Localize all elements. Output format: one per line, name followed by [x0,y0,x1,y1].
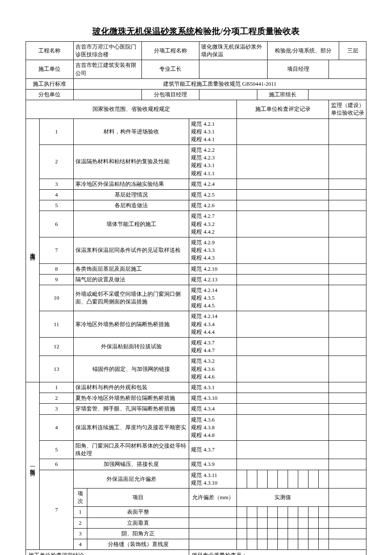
main-sup-5[interactable] [329,200,366,211]
gen-ref-1: 规范 4.3.1 [189,382,237,393]
main-ref-3: 规范 4.2.4 [189,179,237,189]
main-sup-4[interactable] [329,190,366,200]
item7-sup[interactable] [329,470,366,488]
gen-sup-5[interactable] [329,441,366,459]
main-rec-7[interactable] [237,237,329,263]
main-sup-2[interactable] [329,145,366,179]
main-n-11: 11 [39,311,73,338]
main-sup-3[interactable] [329,179,366,189]
label-batch: 检验批/分项系统、部分 [268,42,339,60]
gen-desc-2: 夏热冬冷地区外墙热桥部位隔断热桥措施 [73,393,189,404]
main-rec-4[interactable] [237,190,329,200]
gen-ref-5: 规范 4.3.7 [189,441,237,459]
label-pm: 项目经理 [268,60,329,78]
item7-rec-h[interactable] [308,470,319,488]
label-team-leader: 施工班组长 [257,89,308,100]
gen-sup-1[interactable] [329,382,366,393]
main-rec-12[interactable] [237,338,329,356]
main-desc-1: 材料，构件等进场验收 [73,119,189,145]
gen-rec-3[interactable] [237,404,329,414]
item7-r1-tol[interactable] [189,507,237,517]
gen-sup-3[interactable] [329,404,366,414]
main-rec-8[interactable] [237,263,329,274]
item7-col-sup[interactable] [329,489,366,507]
main-sup-9[interactable] [329,274,366,285]
value-sub-pm [199,89,257,100]
item7-r3-tol[interactable] [189,528,237,539]
item7-r4-tol[interactable] [189,539,237,549]
main-sup-13[interactable] [329,356,366,382]
gen-sup-2[interactable] [329,393,366,404]
label-unit: 施工单位 [26,60,74,78]
main-ref-13: 规范 4.3.2 规程 4.3.6 规程 4.4.6 [189,356,237,382]
item7-rec-b[interactable] [247,470,257,488]
item7-r1-item: 表面平整 [87,507,189,517]
main-ref-2: 规范 4.2.2 规范 4.2.3 规程 4.3.1 规程 4.1.1 [189,145,237,179]
gen-rec-5[interactable] [237,441,329,459]
gen-n-6: 6 [39,459,73,470]
main-n-1: 1 [39,119,73,145]
main-n-6: 6 [39,211,73,237]
main-sup-12[interactable] [329,338,366,356]
main-sup-11[interactable] [329,311,366,338]
main-rec-9[interactable] [237,274,329,285]
gen-desc-1: 保温材料与构件的外观和包装 [73,382,189,393]
value-project-name: 吉首市万溶江中心医院门诊医技综合楼 [73,42,141,60]
main-rec-13[interactable] [237,356,329,382]
value-pm [329,60,366,78]
main-rec-11[interactable] [237,311,329,338]
section-header-3: 监理（建设）单位验收记录 [329,100,366,119]
item7-r2-tol[interactable] [189,517,237,528]
item7-rec-c[interactable] [257,470,268,488]
main-sup-10[interactable] [329,285,366,311]
gen-rec-2[interactable] [237,393,329,404]
main-ref-8: 规范 4.2.10 [189,263,237,274]
main-sup-7[interactable] [329,237,366,263]
item7-col-meas: 实测值 [237,489,329,507]
main-rec-3[interactable] [237,179,329,189]
main-desc-11: 寒冷地区外墙热桥部位的隔断热桥措施 [73,311,189,338]
main-n-3: 3 [39,179,73,189]
main-desc-13: 锚固件的固定、与加强网的链接 [73,356,189,382]
main-rec-2[interactable] [237,145,329,179]
item7-col-tol: 允许偏差（mm） [189,489,237,507]
gen-n-4: 4 [39,414,73,441]
main-desc-3: 寒冷地区外保温粘结的冻融实验结果 [73,179,189,189]
main-sup-8[interactable] [329,263,366,274]
main-n-10: 10 [39,285,73,311]
item7-r2-item: 立面垂直 [87,517,189,528]
main-rec-10[interactable] [237,285,329,311]
item7-rec-g[interactable] [298,470,308,488]
main-ref-9: 规范 4.2.13 [189,274,237,285]
gen-rec-1[interactable] [237,382,329,393]
main-rec-1[interactable] [237,119,329,145]
gen-sup-4[interactable] [329,414,366,441]
item7-col-item: 项目 [87,489,189,507]
label-foreman: 专业工长 [141,60,199,78]
label-sub-project: 分项工程名称 [141,42,199,60]
page-title: 玻化微珠无机保温砂浆系统检验批/分项工程质量验收表 [26,26,366,37]
main-rec-5[interactable] [237,200,329,211]
value-sub-project: 玻化微珠无机保温砂浆外墙内保温 [199,42,268,60]
value-unit: 吉首市乾江建筑安装有限公司 [73,60,141,78]
conclusion-1-sign[interactable]: 项目专业质量检查员： （项目技术负责人） [189,550,366,555]
gen-ref-4: 规范 4.3.6 规程 4.3.8 规程 4.4.8 [189,414,237,441]
main-desc-12: 外保温粘贴面转拉拔试验 [73,338,189,356]
main-sup-1[interactable] [329,119,366,145]
item7-r3-item: 阴、阳角方正 [87,528,189,539]
gen-rec-6[interactable] [237,459,329,470]
item7-rec-f[interactable] [288,470,298,488]
main-desc-9: 隔气层的设置及做法 [73,274,189,285]
main-rec-6[interactable] [237,211,329,237]
gen-rec-4[interactable] [237,414,329,441]
main-section-label: 主控项目 [26,119,40,382]
gen-n-2: 2 [39,393,73,404]
item7-rec-i[interactable] [319,470,329,488]
item7-rec-e[interactable] [278,470,288,488]
main-sup-6[interactable] [329,211,366,237]
item7-rec-d[interactable] [268,470,278,488]
value-batch: 三层 [339,42,366,60]
main-desc-4: 基层处理情况 [73,190,189,200]
item7-rec-a[interactable] [237,470,247,488]
gen-sup-6[interactable] [329,459,366,470]
